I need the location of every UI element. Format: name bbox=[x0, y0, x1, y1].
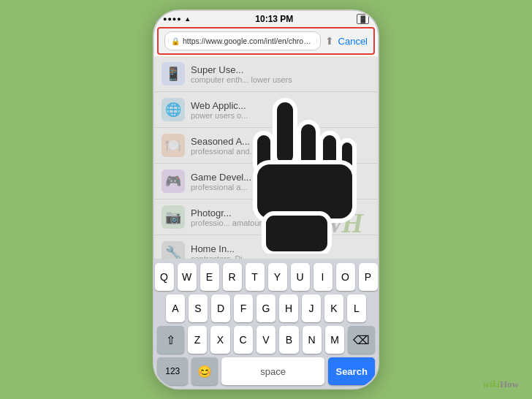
keyboard-row-2: A S D F G H J K L bbox=[157, 294, 375, 322]
lock-icon: 🔒 bbox=[171, 37, 180, 45]
key-w[interactable]: W bbox=[178, 263, 197, 291]
key-g[interactable]: G bbox=[256, 294, 276, 322]
key-e[interactable]: E bbox=[200, 263, 219, 291]
key-p[interactable]: P bbox=[359, 263, 378, 291]
key-l[interactable]: L bbox=[347, 294, 366, 322]
time-display: 10:13 PM bbox=[255, 14, 293, 24]
key-v[interactable]: V bbox=[256, 326, 276, 354]
item-icon-2: 🍽️ bbox=[162, 134, 185, 157]
item-sub-2: professional and... bbox=[191, 147, 370, 156]
key-n[interactable]: N bbox=[303, 326, 322, 354]
list-item[interactable]: 📱 Super Use... computer enth... lower us… bbox=[154, 56, 378, 92]
address-bar[interactable]: 🔒 https://www.google.com/intl/en/chrome/… bbox=[157, 27, 375, 55]
key-h[interactable]: H bbox=[279, 294, 298, 322]
item-icon-0: 📱 bbox=[162, 62, 185, 86]
key-f[interactable]: F bbox=[234, 294, 253, 322]
key-delete[interactable]: ⌫ bbox=[348, 326, 375, 354]
list-item[interactable]: 🍽️ Seasoned A... professional and... bbox=[154, 128, 378, 164]
keyboard-row-1: Q W E R T Y U I O P bbox=[157, 263, 375, 291]
list-item[interactable]: 🔧 Home In... contractors, Di... bbox=[154, 235, 378, 259]
key-d[interactable]: D bbox=[211, 294, 230, 322]
item-sub-3: professional a... bbox=[191, 183, 370, 191]
key-m[interactable]: M bbox=[325, 326, 344, 354]
battery-icon: ▓ bbox=[357, 14, 369, 24]
key-space[interactable]: space bbox=[221, 357, 325, 385]
key-u[interactable]: U bbox=[291, 263, 310, 291]
item-title-5: Home In... bbox=[191, 243, 370, 254]
item-title-2: Seasoned A... bbox=[191, 136, 370, 147]
key-k[interactable]: K bbox=[324, 294, 343, 322]
search-button[interactable]: Search bbox=[328, 357, 375, 385]
url-text: https://www.google.com/intl/en/chrome/..… bbox=[183, 37, 314, 45]
phone-frame: ●●●● ▲ 10:13 PM ▓ 🔒 https://www.google.c… bbox=[153, 10, 379, 390]
status-bar: ●●●● ▲ 10:13 PM ▓ bbox=[154, 11, 378, 27]
key-t[interactable]: T bbox=[246, 263, 265, 291]
key-i[interactable]: I bbox=[314, 263, 332, 291]
wh-list-watermark: wH bbox=[323, 209, 363, 237]
item-title-3: Game Devel... bbox=[191, 172, 370, 183]
cancel-button[interactable]: Cancel bbox=[338, 36, 368, 47]
key-a[interactable]: A bbox=[166, 294, 185, 322]
key-123[interactable]: 123 bbox=[157, 357, 188, 385]
key-shift[interactable]: ⇧ bbox=[157, 326, 184, 354]
keyboard: Q W E R T Y U I O P A S D F G H J K bbox=[154, 259, 378, 388]
key-j[interactable]: J bbox=[302, 294, 321, 322]
keyboard-row-4: 123 😊 space Search bbox=[157, 357, 375, 385]
item-title-1: Web Applic... bbox=[191, 100, 370, 111]
key-b[interactable]: B bbox=[279, 326, 298, 354]
url-input[interactable]: 🔒 https://www.google.com/intl/en/chrome/… bbox=[164, 31, 321, 50]
item-sub-1: power users o... bbox=[191, 111, 370, 120]
search-results-list: 📱 Super Use... computer enth... lower us… bbox=[154, 56, 378, 259]
key-o[interactable]: O bbox=[336, 263, 355, 291]
key-c[interactable]: C bbox=[234, 326, 253, 354]
list-item[interactable]: 🎮 Game Devel... professional a... bbox=[154, 164, 378, 200]
key-s[interactable]: S bbox=[189, 294, 208, 322]
keyboard-row-3: ⇧ Z X C V B N M ⌫ bbox=[157, 326, 375, 354]
item-icon-3: 🎮 bbox=[162, 170, 185, 193]
item-title-0: Super Use... bbox=[191, 64, 370, 75]
signal-dots: ●●●● ▲ bbox=[163, 15, 191, 23]
key-r[interactable]: R bbox=[223, 263, 242, 291]
status-icons: ▓ bbox=[357, 14, 369, 24]
item-icon-4: 📷 bbox=[162, 205, 185, 229]
key-z[interactable]: Z bbox=[188, 326, 207, 354]
key-q[interactable]: Q bbox=[155, 263, 174, 291]
microphone-icon[interactable]: ⬆ bbox=[325, 35, 334, 47]
item-icon-1: 🌐 bbox=[162, 98, 185, 121]
key-y[interactable]: Y bbox=[268, 263, 287, 291]
item-sub-5: contractors, Di... bbox=[191, 254, 370, 259]
list-item[interactable]: 🌐 Web Applic... power users o... bbox=[154, 92, 378, 128]
key-emoji[interactable]: 😊 bbox=[191, 357, 217, 385]
key-x[interactable]: X bbox=[210, 326, 229, 354]
wikihow-watermark: wikiHow bbox=[484, 379, 519, 390]
item-icon-5: 🔧 bbox=[162, 241, 185, 259]
item-sub-0: computer enth... lower users bbox=[191, 75, 370, 84]
